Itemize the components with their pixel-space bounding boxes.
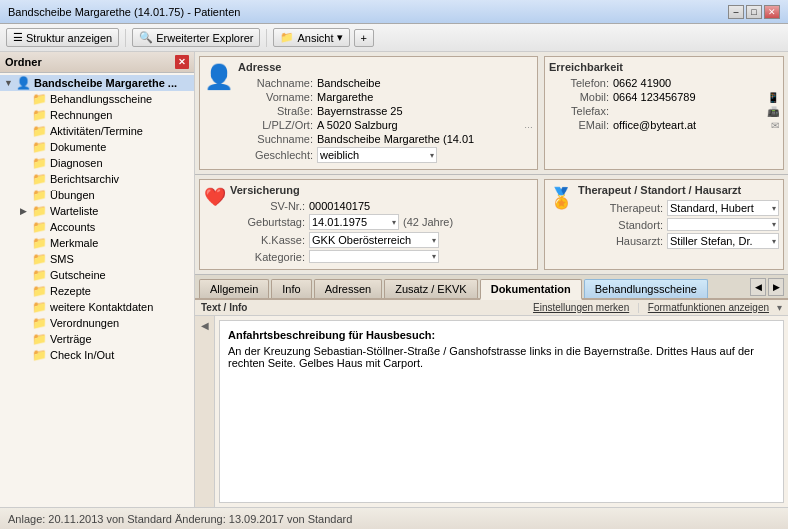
sidebar-item-merkmale[interactable]: 📁 Merkmale	[16, 235, 194, 251]
text-info-label: Text / Info	[201, 302, 247, 313]
tab-zusatz[interactable]: Zusatz / EKVK	[384, 279, 478, 298]
person-folder-icon: 👤	[16, 76, 31, 90]
tree-item-label: Berichtsarchiv	[50, 173, 119, 185]
kasse-label: K.Kasse:	[230, 234, 305, 246]
therapeut-dropdown[interactable]: Standard, Hubert ▾	[667, 200, 779, 216]
tab-next-button[interactable]: ▶	[768, 278, 784, 296]
vorname-row: Vorname: Margarethe	[238, 91, 533, 103]
dropdown-arrow-icon: ▾	[337, 31, 343, 44]
settings-link[interactable]: Einstellungen merken	[533, 302, 629, 313]
kasse-row: K.Kasse: GKK Oberösterreich ▾	[230, 232, 533, 248]
tab-behandlungsscheine[interactable]: Behandlungsscheine	[584, 279, 708, 298]
tree-item-label: SMS	[50, 253, 74, 265]
telefon-label: Telefon:	[549, 77, 609, 89]
vorname-label: Vorname:	[238, 91, 313, 103]
geburt-row: Geburtstag: 14.01.1975 ▾ (42 Jahre)	[230, 214, 533, 230]
sidebar-item-warteliste[interactable]: ▶ 📁 Warteliste	[16, 203, 194, 219]
sidebar-item-uebungen[interactable]: 📁 Übungen	[16, 187, 194, 203]
sidebar-item-accounts[interactable]: 📁 Accounts	[16, 219, 194, 235]
tree-root-item[interactable]: ▼ 👤 Bandscheibe Margarethe ...	[0, 75, 194, 91]
kasse-dropdown[interactable]: GKK Oberösterreich ▾	[309, 232, 439, 248]
email-label: EMail:	[549, 119, 609, 131]
standort-row: Standort: ▾	[578, 218, 779, 231]
text-heading: Anfahrtsbeschreibung für Hausbesuch:	[228, 329, 775, 341]
tab-toolbar: Text / Info Einstellungen merken | Forma…	[195, 300, 788, 316]
strasse-label: Straße:	[238, 105, 313, 117]
expand-icon: ▼	[4, 78, 16, 88]
hausarzt-dropdown[interactable]: Stiller Stefan, Dr. ▾	[667, 233, 779, 249]
tree-item-label: Rezepte	[50, 285, 91, 297]
phone-icon[interactable]: 📱	[767, 92, 779, 103]
tree-item-label: Aktivitäten/Termine	[50, 125, 143, 137]
tree-item-label: Accounts	[50, 221, 95, 233]
format-link[interactable]: Formatfunktionen anzeigen	[648, 302, 769, 313]
therapeut-label: Therapeut:	[578, 202, 663, 214]
telefax-label: Telefax:	[549, 105, 609, 117]
tab-dokumentation[interactable]: Dokumentation	[480, 279, 582, 300]
sidebar-item-rezepte[interactable]: 📁 Rezepte	[16, 283, 194, 299]
geburt-dropdown[interactable]: 14.01.1975 ▾	[309, 214, 399, 230]
explorer-icon: 🔍	[139, 31, 153, 44]
standort-dropdown[interactable]: ▾	[667, 218, 779, 231]
tab-adressen[interactable]: Adressen	[314, 279, 382, 298]
sidebar-close-button[interactable]: ✕	[175, 55, 189, 69]
kasse-value: GKK Oberösterreich	[312, 234, 411, 246]
tab-info[interactable]: Info	[271, 279, 311, 298]
tree-item-label: Diagnosen	[50, 157, 103, 169]
geschlecht-value: weiblich	[320, 149, 359, 161]
side-arrow-icon[interactable]: ◀	[201, 320, 209, 331]
sidebar-item-sms[interactable]: 📁 SMS	[16, 251, 194, 267]
sidebar-item-rechnungen[interactable]: 📁 Rechnungen	[16, 107, 194, 123]
sidebar-item-weitere[interactable]: 📁 weitere Kontaktdaten	[16, 299, 194, 315]
view-button[interactable]: 📁 Ansicht ▾	[273, 28, 349, 47]
folder-icon: 📁	[32, 236, 47, 250]
text-content[interactable]: Anfahrtsbeschreibung für Hausbesuch: An …	[219, 320, 784, 503]
tab-prev-button[interactable]: ◀	[750, 278, 766, 296]
sidebar-item-checkin[interactable]: 📁 Check In/Out	[16, 347, 194, 363]
sidebar-item-dokumente[interactable]: 📁 Dokumente	[16, 139, 194, 155]
structure-button[interactable]: ☰ Struktur anzeigen	[6, 28, 119, 47]
kategorie-dropdown[interactable]: ▾	[309, 250, 439, 263]
hausarzt-label: Hausarzt:	[578, 235, 663, 247]
insurance-section-title: Versicherung	[230, 184, 533, 196]
email-row: EMail: office@byteart.at ✉	[549, 119, 779, 131]
sidebar-item-berichtsarchiv[interactable]: 📁 Berichtsarchiv	[16, 171, 194, 187]
close-button[interactable]: ✕	[764, 5, 780, 19]
geschlecht-dropdown[interactable]: weiblich ▾	[317, 147, 437, 163]
tab-allgemein[interactable]: Allgemein	[199, 279, 269, 298]
dropdown-arrow-icon: ▾	[772, 237, 776, 246]
address-panel: 👤 Adresse Nachname: Bandscheibe Vorname:…	[199, 56, 538, 170]
contact-section-title: Erreichbarkeit	[549, 61, 779, 73]
telefon-value: 0662 41900	[613, 77, 779, 89]
hausarzt-row: Hausarzt: Stiller Stefan, Dr. ▾	[578, 233, 779, 249]
hausarzt-value: Stiller Stefan, Dr.	[670, 235, 753, 247]
kategorie-row: Kategorie: ▾	[230, 250, 533, 263]
sidebar-item-gutscheine[interactable]: 📁 Gutscheine	[16, 267, 194, 283]
nachname-row: Nachname: Bandscheibe	[238, 77, 533, 89]
maximize-button[interactable]: □	[746, 5, 762, 19]
suchname-row: Suchname: Bandscheibe Margarethe (14.01	[238, 133, 533, 145]
content-area: 👤 Adresse Nachname: Bandscheibe Vorname:…	[195, 52, 788, 507]
text-info-area: ◀ Anfahrtsbeschreibung für Hausbesuch: A…	[195, 316, 788, 507]
dropdown-arrow-icon[interactable]: ▾	[777, 302, 782, 313]
dropdown-arrow-icon: ▾	[772, 220, 776, 229]
fax-icon[interactable]: 📠	[767, 106, 779, 117]
tree-item-label: Warteliste	[50, 205, 99, 217]
sidebar-item-behandlungsscheine[interactable]: 📁 Behandlungsscheine	[16, 91, 194, 107]
add-button[interactable]: +	[354, 29, 374, 47]
sidebar-header: Ordner ✕	[0, 52, 194, 73]
text-side-panel: ◀	[195, 316, 215, 507]
folder-icon: 📁	[32, 188, 47, 202]
sidebar-item-aktivitaeten[interactable]: 📁 Aktivitäten/Termine	[16, 123, 194, 139]
explorer-button[interactable]: 🔍 Erweiterter Explorer	[132, 28, 260, 47]
sidebar-item-verordnungen[interactable]: 📁 Verordnungen	[16, 315, 194, 331]
sidebar-item-vertraege[interactable]: 📁 Verträge	[16, 331, 194, 347]
telefax-row: Telefax: 📠	[549, 105, 779, 117]
vorname-value: Margarethe	[317, 91, 533, 103]
minimize-button[interactable]: –	[728, 5, 744, 19]
tab-content-area: Text / Info Einstellungen merken | Forma…	[195, 300, 788, 507]
email-icon[interactable]: ✉	[771, 120, 779, 131]
sidebar-item-diagnosen[interactable]: 📁 Diagnosen	[16, 155, 194, 171]
separator2	[266, 29, 267, 47]
tree-item-label: Gutscheine	[50, 269, 106, 281]
